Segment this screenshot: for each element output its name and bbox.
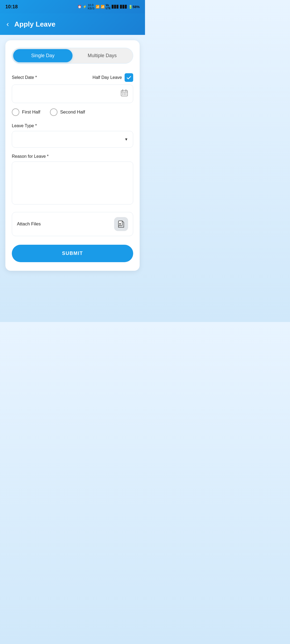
half-day-leave-label: Half Day Leave — [93, 75, 122, 80]
date-input[interactable] — [12, 85, 133, 103]
volte-icon: VoLTE — [106, 4, 111, 10]
half-day-row: Half Day Leave — [93, 73, 133, 82]
upload-icon — [117, 220, 125, 228]
reason-textarea[interactable] — [12, 162, 133, 204]
signal-bars-1: ▊▊▊ — [112, 5, 119, 9]
submit-button[interactable]: SUBMIT — [12, 245, 133, 262]
data-speed: 10.0KB/S — [88, 3, 95, 10]
single-day-tab[interactable]: Single Day — [13, 49, 73, 62]
svg-rect-6 — [125, 93, 126, 94]
svg-rect-4 — [122, 93, 123, 94]
half-radio-group: First Half Second Half — [12, 108, 133, 116]
status-time: 10:18 — [5, 4, 18, 10]
day-toggle-group: Single Day Multiple Days — [12, 48, 133, 64]
second-half-option[interactable]: Second Half — [50, 108, 85, 116]
page-title: Apply Leave — [14, 20, 55, 28]
signal-bars-2: ▊▊▊ — [120, 5, 127, 9]
second-half-label: Second Half — [60, 109, 85, 115]
svg-rect-9 — [125, 94, 126, 95]
battery-icon: 🔋58% — [128, 5, 140, 9]
select-date-label: Select Date * — [12, 75, 37, 80]
header: ‹ Apply Leave — [0, 13, 145, 35]
reason-label: Reason for Leave * — [12, 154, 133, 159]
main-content: Single Day Multiple Days Select Date * H… — [0, 35, 145, 281]
attach-upload-button[interactable] — [114, 217, 128, 231]
attach-files-label: Attach Files — [17, 221, 41, 227]
multiple-days-tab[interactable]: Multiple Days — [73, 49, 132, 62]
leave-type-label: Leave Type * — [12, 123, 133, 128]
svg-rect-7 — [122, 94, 123, 95]
svg-rect-8 — [124, 94, 125, 95]
back-button[interactable]: ‹ — [6, 20, 9, 28]
status-icons: ⏰ ⚡ 10.0KB/S 📶 📶 VoLTE ▊▊▊ ▊▊▊ 🔋58% — [78, 3, 140, 10]
attach-files-box[interactable]: Attach Files — [12, 212, 133, 236]
svg-rect-5 — [124, 93, 125, 94]
second-half-radio[interactable] — [50, 108, 57, 116]
bluetooth-icon: ⚡ — [83, 5, 87, 9]
alarm-icon: ⏰ — [78, 5, 82, 9]
first-half-label: First Half — [22, 109, 40, 115]
signal-icon: 📶 — [101, 5, 105, 9]
first-half-radio[interactable] — [12, 108, 19, 116]
wifi-icon: 📶 — [96, 5, 100, 9]
chevron-down-icon: ▼ — [124, 137, 128, 141]
status-bar: 10:18 ⏰ ⚡ 10.0KB/S 📶 📶 VoLTE ▊▊▊ ▊▊▊ 🔋58… — [0, 0, 145, 13]
half-day-checkbox[interactable] — [125, 73, 133, 82]
calendar-icon — [121, 89, 128, 98]
first-half-option[interactable]: First Half — [12, 108, 40, 116]
form-card: Single Day Multiple Days Select Date * H… — [5, 40, 140, 271]
leave-type-select[interactable]: ▼ — [12, 131, 133, 148]
date-halfday-row: Select Date * Half Day Leave — [12, 73, 133, 82]
